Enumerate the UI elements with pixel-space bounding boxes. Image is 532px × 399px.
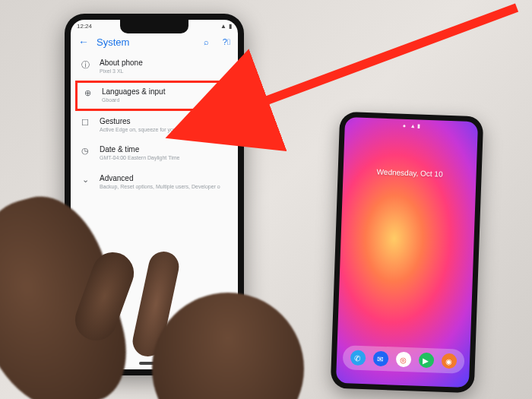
camera-app-icon[interactable]: ◉ <box>441 353 457 369</box>
app-dock: ✆ ✉ ◎ ▶ ◉ <box>342 345 464 374</box>
item-title: Languages & input <box>102 87 226 97</box>
globe-icon: ⊕ <box>82 88 93 98</box>
item-sub: Backup, Reset options, Multiple users, D… <box>100 184 229 190</box>
lockscreen: ● ▲ ▮ Wednesday, Oct 10 ✆ ✉ ◎ ▶ ◉ <box>336 117 478 388</box>
item-sub: GMT-04:00 Eastern Daylight Time <box>100 155 229 161</box>
display-notch <box>120 20 188 33</box>
languages-input-item[interactable]: ⊕ Languages & input Gboard <box>75 81 233 110</box>
search-icon[interactable]: ⌕ <box>204 37 209 46</box>
item-title: Date & time <box>100 145 229 154</box>
battery-icon: ▮ <box>229 23 232 30</box>
item-title: Gestures <box>100 117 229 126</box>
chrome-app-icon[interactable]: ◎ <box>395 352 411 368</box>
help-icon[interactable]: ?⃝ <box>223 37 230 46</box>
playstore-app-icon[interactable]: ▶ <box>418 353 434 369</box>
clock-icon: ◷ <box>80 146 90 156</box>
back-icon[interactable]: ← <box>78 36 89 48</box>
page-title: System <box>97 36 190 48</box>
gestures-item[interactable]: ☐ Gestures Active Edge on, squeeze for y… <box>71 111 238 139</box>
svg-line-0 <box>251 8 517 106</box>
info-icon: ⓘ <box>80 59 90 71</box>
date-time-item[interactable]: ◷ Date & time GMT-04:00 Eastern Daylight… <box>71 139 238 167</box>
chevron-down-icon: ⌄ <box>80 175 90 185</box>
app-bar: ← System ⌕ ?⃝ <box>71 31 238 51</box>
settings-list: ⓘ About phone Pixel 3 XL ⊕ Languages & i… <box>71 51 238 198</box>
item-sub: Active Edge on, squeeze for your Assista… <box>100 127 229 133</box>
phone-app-icon[interactable]: ✆ <box>350 350 366 366</box>
gesture-icon: ☐ <box>80 118 90 128</box>
messages-app-icon[interactable]: ✉ <box>372 351 388 367</box>
lock-status-bar: ● ▲ ▮ <box>345 117 478 131</box>
item-sub: Gboard <box>102 97 226 103</box>
advanced-item[interactable]: ⌄ Advanced Backup, Reset options, Multip… <box>71 168 238 196</box>
item-title: About phone <box>100 59 229 68</box>
signal-icon: ▲ <box>220 23 226 30</box>
phone-lockscreen: ● ▲ ▮ Wednesday, Oct 10 ✆ ✉ ◎ ▶ ◉ <box>331 112 484 393</box>
item-sub: Pixel 3 XL <box>100 68 229 74</box>
about-phone-item[interactable]: ⓘ About phone Pixel 3 XL <box>71 52 238 81</box>
lockscreen-date: Wednesday, Oct 10 <box>344 166 477 179</box>
item-title: Advanced <box>100 174 229 183</box>
